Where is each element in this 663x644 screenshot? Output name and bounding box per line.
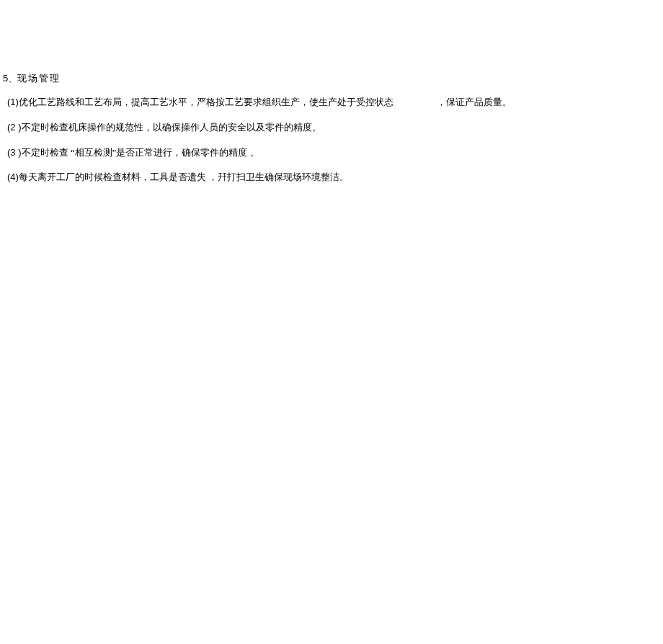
list-item: (4)每天离开工厂的时候检查材料，工具是否遗失 ，幵打扫卫生确保现场环境整洁。: [0, 170, 663, 185]
item-number: (3 ): [7, 147, 22, 158]
list-item: (2 )不定时检查机床操作的规范性，以确保操作人员的安全以及零件的精度。: [0, 120, 663, 135]
heading-title: 现场管理: [17, 73, 61, 84]
heading-separator: 、: [8, 73, 17, 84]
item-text: 不定时检查 “相互检测”是否正常进行，确保零件的精度 。: [22, 147, 259, 158]
list-item: (3 )不定时检查 “相互检测”是否正常进行，确保零件的精度 。: [0, 146, 663, 161]
item-text: 优化工艺路线和工艺布局，提高工艺水平，严格按工艺要求组织生产，使生产处于受控状态: [19, 97, 393, 107]
item-number: (1): [7, 97, 19, 107]
item-text: 每天离开工厂的时候检查材料，工具是否遗失 ，幵打扫卫生确保现场环境整洁。: [19, 171, 349, 182]
item-text-continuation: ，保证产品质量。: [437, 97, 512, 107]
item-number: (4): [7, 171, 19, 182]
list-item: (1)优化工艺路线和工艺布局，提高工艺水平，严格按工艺要求组织生产，使生产处于受…: [0, 95, 663, 110]
section-heading: 5、现场管理: [0, 72, 663, 85]
item-number: (2 ): [7, 122, 22, 133]
item-text: 不定时检查机床操作的规范性，以确保操作人员的安全以及零件的精度。: [22, 122, 321, 133]
